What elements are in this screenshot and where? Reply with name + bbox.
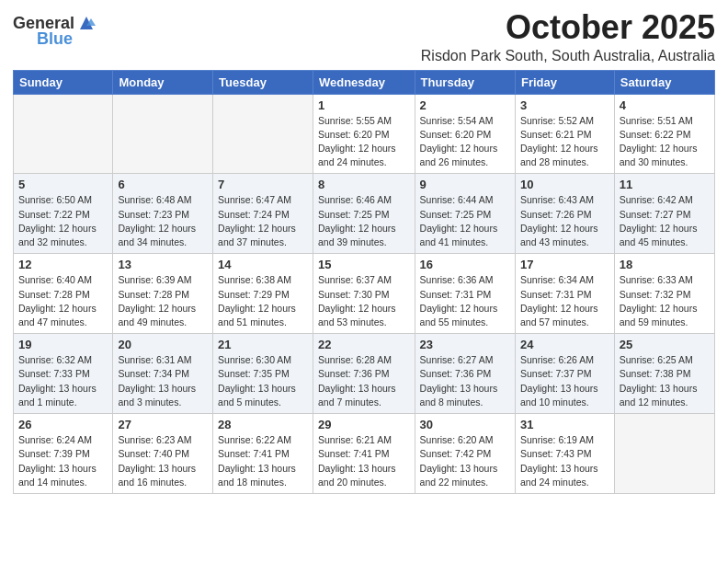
header-saturday: Saturday (614, 70, 714, 94)
day-number: 24 (520, 338, 609, 351)
calendar-cell: 16Sunrise: 6:36 AM Sunset: 7:31 PM Dayli… (415, 254, 515, 334)
calendar-week-row: 26Sunrise: 6:24 AM Sunset: 7:39 PM Dayli… (14, 414, 715, 494)
day-number: 21 (218, 338, 308, 351)
day-info: Sunrise: 6:26 AM Sunset: 7:37 PM Dayligh… (520, 353, 609, 409)
calendar-cell: 10Sunrise: 6:43 AM Sunset: 7:26 PM Dayli… (515, 174, 614, 254)
day-number: 9 (420, 178, 510, 191)
location-title: Risdon Park South, South Australia, Aust… (421, 48, 715, 64)
logo: General Blue (13, 13, 97, 49)
calendar-cell (614, 414, 714, 494)
calendar-cell: 28Sunrise: 6:22 AM Sunset: 7:41 PM Dayli… (213, 414, 313, 494)
calendar-header-row: Sunday Monday Tuesday Wednesday Thursday… (14, 70, 715, 94)
month-title: October 2025 (421, 9, 715, 46)
day-info: Sunrise: 6:27 AM Sunset: 7:36 PM Dayligh… (420, 353, 510, 409)
day-number: 6 (118, 178, 208, 191)
day-number: 18 (620, 258, 710, 271)
day-number: 8 (318, 178, 410, 191)
day-number: 12 (18, 258, 108, 271)
day-number: 5 (18, 178, 108, 191)
calendar-cell: 27Sunrise: 6:23 AM Sunset: 7:40 PM Dayli… (113, 414, 213, 494)
header-friday: Friday (515, 70, 614, 94)
calendar-cell (213, 94, 313, 174)
day-number: 1 (318, 98, 410, 112)
day-number: 28 (218, 418, 308, 431)
day-number: 20 (118, 338, 208, 351)
day-number: 30 (420, 418, 510, 431)
calendar-cell: 4Sunrise: 5:51 AM Sunset: 6:22 PM Daylig… (614, 94, 714, 174)
calendar-cell: 19Sunrise: 6:32 AM Sunset: 7:33 PM Dayli… (14, 334, 113, 414)
day-number: 14 (218, 258, 308, 271)
header: General Blue October 2025 Risdon Park So… (13, 9, 715, 64)
day-info: Sunrise: 6:37 AM Sunset: 7:30 PM Dayligh… (318, 273, 410, 329)
header-wednesday: Wednesday (313, 70, 415, 94)
day-number: 16 (420, 258, 510, 271)
header-tuesday: Tuesday (213, 70, 313, 94)
day-info: Sunrise: 6:28 AM Sunset: 7:36 PM Dayligh… (318, 353, 410, 409)
day-info: Sunrise: 6:20 AM Sunset: 7:42 PM Dayligh… (420, 433, 510, 489)
calendar-cell: 20Sunrise: 6:31 AM Sunset: 7:34 PM Dayli… (113, 334, 213, 414)
day-info: Sunrise: 6:39 AM Sunset: 7:28 PM Dayligh… (118, 273, 208, 329)
calendar-cell: 23Sunrise: 6:27 AM Sunset: 7:36 PM Dayli… (415, 334, 515, 414)
day-info: Sunrise: 6:32 AM Sunset: 7:33 PM Dayligh… (18, 353, 108, 409)
calendar-cell: 17Sunrise: 6:34 AM Sunset: 7:31 PM Dayli… (515, 254, 614, 334)
calendar-cell: 1Sunrise: 5:55 AM Sunset: 6:20 PM Daylig… (313, 94, 415, 174)
calendar-cell: 5Sunrise: 6:50 AM Sunset: 7:22 PM Daylig… (14, 174, 113, 254)
day-info: Sunrise: 6:22 AM Sunset: 7:41 PM Dayligh… (218, 433, 308, 489)
calendar-cell: 6Sunrise: 6:48 AM Sunset: 7:23 PM Daylig… (113, 174, 213, 254)
calendar-cell: 12Sunrise: 6:40 AM Sunset: 7:28 PM Dayli… (14, 254, 113, 334)
calendar-cell: 31Sunrise: 6:19 AM Sunset: 7:43 PM Dayli… (515, 414, 614, 494)
day-info: Sunrise: 6:30 AM Sunset: 7:35 PM Dayligh… (218, 353, 308, 409)
day-number: 17 (520, 258, 609, 271)
calendar-cell: 3Sunrise: 5:52 AM Sunset: 6:21 PM Daylig… (515, 94, 614, 174)
day-info: Sunrise: 6:50 AM Sunset: 7:22 PM Dayligh… (18, 193, 108, 249)
calendar-table: Sunday Monday Tuesday Wednesday Thursday… (13, 70, 715, 494)
day-info: Sunrise: 6:36 AM Sunset: 7:31 PM Dayligh… (420, 273, 510, 329)
day-info: Sunrise: 6:34 AM Sunset: 7:31 PM Dayligh… (520, 273, 609, 329)
calendar-cell: 14Sunrise: 6:38 AM Sunset: 7:29 PM Dayli… (213, 254, 313, 334)
day-number: 13 (118, 258, 208, 271)
day-number: 25 (620, 338, 710, 351)
calendar-cell: 11Sunrise: 6:42 AM Sunset: 7:27 PM Dayli… (614, 174, 714, 254)
day-info: Sunrise: 5:55 AM Sunset: 6:20 PM Dayligh… (318, 114, 410, 170)
day-info: Sunrise: 6:40 AM Sunset: 7:28 PM Dayligh… (18, 273, 108, 329)
calendar-cell: 21Sunrise: 6:30 AM Sunset: 7:35 PM Dayli… (213, 334, 313, 414)
logo-icon (76, 13, 97, 33)
calendar-cell: 29Sunrise: 6:21 AM Sunset: 7:41 PM Dayli… (313, 414, 415, 494)
header-monday: Monday (113, 70, 213, 94)
calendar-cell: 2Sunrise: 5:54 AM Sunset: 6:20 PM Daylig… (415, 94, 515, 174)
header-sunday: Sunday (14, 70, 113, 94)
calendar-cell: 8Sunrise: 6:46 AM Sunset: 7:25 PM Daylig… (313, 174, 415, 254)
day-info: Sunrise: 6:24 AM Sunset: 7:39 PM Dayligh… (18, 433, 108, 489)
day-info: Sunrise: 6:43 AM Sunset: 7:26 PM Dayligh… (520, 193, 609, 249)
day-number: 27 (118, 418, 208, 431)
day-info: Sunrise: 6:47 AM Sunset: 7:24 PM Dayligh… (218, 193, 308, 249)
day-number: 4 (620, 98, 710, 112)
calendar-cell: 13Sunrise: 6:39 AM Sunset: 7:28 PM Dayli… (113, 254, 213, 334)
calendar-cell: 24Sunrise: 6:26 AM Sunset: 7:37 PM Dayli… (515, 334, 614, 414)
calendar-week-row: 1Sunrise: 5:55 AM Sunset: 6:20 PM Daylig… (14, 94, 715, 174)
calendar-cell: 25Sunrise: 6:25 AM Sunset: 7:38 PM Dayli… (614, 334, 714, 414)
day-number: 19 (18, 338, 108, 351)
logo-blue-text: Blue (37, 29, 73, 49)
calendar-cell: 7Sunrise: 6:47 AM Sunset: 7:24 PM Daylig… (213, 174, 313, 254)
day-info: Sunrise: 6:38 AM Sunset: 7:29 PM Dayligh… (218, 273, 308, 329)
day-number: 26 (18, 418, 108, 431)
day-number: 11 (620, 178, 710, 191)
calendar-cell: 9Sunrise: 6:44 AM Sunset: 7:25 PM Daylig… (415, 174, 515, 254)
title-block: October 2025 Risdon Park South, South Au… (421, 9, 715, 64)
day-info: Sunrise: 6:31 AM Sunset: 7:34 PM Dayligh… (118, 353, 208, 409)
calendar-week-row: 12Sunrise: 6:40 AM Sunset: 7:28 PM Dayli… (14, 254, 715, 334)
day-info: Sunrise: 6:33 AM Sunset: 7:32 PM Dayligh… (620, 273, 710, 329)
day-info: Sunrise: 6:25 AM Sunset: 7:38 PM Dayligh… (620, 353, 710, 409)
calendar-cell (113, 94, 213, 174)
day-info: Sunrise: 6:46 AM Sunset: 7:25 PM Dayligh… (318, 193, 410, 249)
day-number: 23 (420, 338, 510, 351)
day-info: Sunrise: 6:23 AM Sunset: 7:40 PM Dayligh… (118, 433, 208, 489)
calendar-cell: 26Sunrise: 6:24 AM Sunset: 7:39 PM Dayli… (14, 414, 113, 494)
calendar-cell (14, 94, 113, 174)
day-info: Sunrise: 5:52 AM Sunset: 6:21 PM Dayligh… (520, 114, 609, 170)
day-number: 22 (318, 338, 410, 351)
header-thursday: Thursday (415, 70, 515, 94)
day-number: 3 (520, 98, 609, 112)
day-info: Sunrise: 6:48 AM Sunset: 7:23 PM Dayligh… (118, 193, 208, 249)
